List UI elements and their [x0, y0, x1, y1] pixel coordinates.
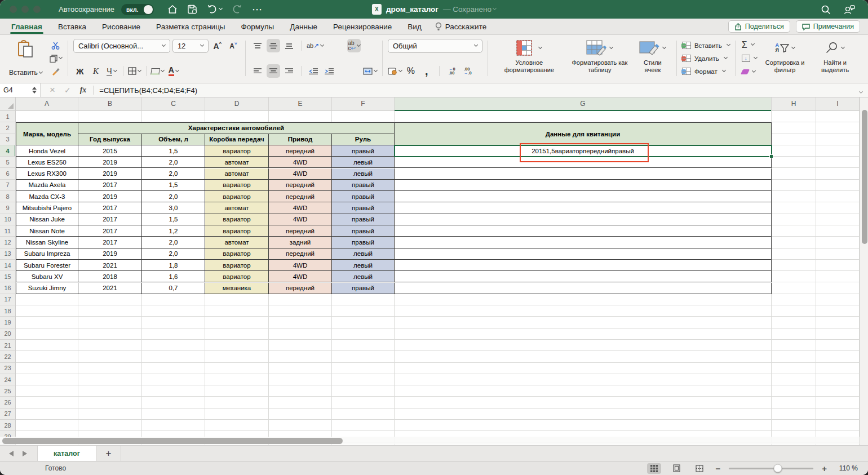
cell-D12[interactable]: автомат	[205, 237, 269, 248]
increase-decimal-button[interactable]: ←0.00	[445, 64, 459, 78]
cell-G15[interactable]	[395, 271, 772, 282]
row-header-10[interactable]: 10	[0, 214, 15, 225]
tab-Главная[interactable]: Главная	[3, 19, 50, 34]
select-all-corner[interactable]	[0, 97, 16, 111]
page-layout-view-button[interactable]	[670, 463, 684, 474]
cell-B14[interactable]: 2021	[78, 260, 142, 271]
underline-button[interactable]: Ч	[105, 64, 118, 78]
cell-C11[interactable]: 1,2	[142, 225, 205, 237]
cell-B15[interactable]: 2018	[78, 271, 142, 282]
column-header-I[interactable]: I	[816, 97, 860, 110]
cell-G13[interactable]	[395, 248, 772, 260]
fill-handle[interactable]	[769, 154, 773, 158]
cell-C14[interactable]: 1,8	[142, 260, 205, 271]
row-header-21[interactable]: 21	[0, 340, 15, 351]
cell-D4[interactable]: вариатор	[205, 145, 269, 157]
cell-A13[interactable]: Subaru Impreza	[16, 248, 78, 260]
horizontal-scrollbar-thumb[interactable]	[2, 438, 343, 444]
cell-C16[interactable]: 0,7	[142, 283, 205, 294]
insert-function-icon[interactable]: fx	[80, 86, 87, 95]
row-header-24[interactable]: 24	[0, 374, 15, 385]
cell-A4[interactable]: Honda Vezel	[16, 145, 78, 157]
cell-D15[interactable]: вариатор	[205, 271, 269, 282]
cell-C8[interactable]: 2,0	[142, 191, 205, 202]
zoom-slider[interactable]	[729, 468, 813, 469]
page-break-view-button[interactable]	[692, 463, 707, 474]
cell-E7[interactable]: передний	[269, 180, 332, 191]
row-header-2[interactable]: 2	[0, 122, 15, 134]
column-header-C[interactable]: C	[142, 97, 205, 110]
conditional-formatting-button[interactable]: Условное форматирование	[493, 39, 565, 78]
tab-Рисование[interactable]: Рисование	[94, 19, 148, 34]
cell-E13[interactable]: передний	[269, 248, 332, 260]
cell-G12[interactable]	[395, 237, 772, 248]
column-header-E[interactable]: E	[269, 97, 332, 110]
borders-button[interactable]	[128, 64, 141, 78]
cell-E16[interactable]: передний	[269, 283, 332, 294]
zoom-level[interactable]: 110 %	[835, 464, 858, 472]
row-header-1[interactable]: 1	[0, 111, 15, 122]
format-cells-button[interactable]: Формат	[682, 65, 730, 78]
column-header-B[interactable]: B	[78, 97, 142, 110]
cell-A6[interactable]: Lexus RX300	[16, 168, 78, 180]
cell-G7[interactable]	[395, 180, 772, 191]
font-name-select[interactable]: Calibri (Основной...	[73, 39, 170, 53]
row-header-11[interactable]: 11	[0, 225, 15, 237]
cell-E15[interactable]: 4WD	[269, 271, 332, 282]
row-header-3[interactable]: 3	[0, 134, 15, 145]
document-saved-status[interactable]: — Сохранено	[443, 5, 496, 14]
row-header-13[interactable]: 13	[0, 248, 15, 260]
cell-A10[interactable]: Nissan Juke	[16, 214, 78, 225]
horizontal-scrollbar[interactable]	[0, 437, 860, 445]
cell-E4[interactable]: передний	[269, 145, 332, 157]
comments-button[interactable]: Примечания	[796, 20, 860, 33]
format-as-table-button[interactable]: Форматировать как таблицу	[565, 39, 634, 78]
fill-button[interactable]: ↓	[742, 52, 757, 64]
save-icon[interactable]	[187, 5, 197, 14]
number-format-select[interactable]: Общий	[388, 39, 482, 53]
cell-B7[interactable]: 2017	[78, 180, 142, 191]
zoom-in-button[interactable]: +	[822, 464, 827, 473]
cell-D16[interactable]: механика	[205, 283, 269, 294]
cell-D6[interactable]: автомат	[205, 168, 269, 180]
cell-C6[interactable]: 2,0	[142, 168, 205, 180]
cell-E8[interactable]: передний	[269, 191, 332, 202]
cell-A5[interactable]: Lexus ES250	[16, 157, 78, 168]
cell-G14[interactable]	[395, 260, 772, 271]
table-header-col-3[interactable]: Коробка передач	[205, 134, 269, 145]
undo-button[interactable]	[207, 5, 222, 14]
cell-B10[interactable]: 2017	[78, 214, 142, 225]
row-header-27[interactable]: 27	[0, 409, 15, 420]
cell-E12[interactable]: задний	[269, 237, 332, 248]
cell-A8[interactable]: Mazda CX-3	[16, 191, 78, 202]
align-top-button[interactable]	[251, 39, 264, 52]
sort-filter-button[interactable]: АЯ Сортировка и фильтр	[758, 39, 812, 78]
redo-button[interactable]	[232, 5, 242, 14]
sheet-tab-katalog[interactable]: каталог	[37, 446, 96, 461]
cell-F4[interactable]: правый	[332, 145, 395, 157]
cell-F8[interactable]: правый	[332, 191, 395, 202]
cell-F16[interactable]: правый	[332, 283, 395, 294]
cell-C12[interactable]: 2,0	[142, 237, 205, 248]
prev-sheet-icon[interactable]	[9, 451, 14, 456]
cell-B16[interactable]: 2021	[78, 283, 142, 294]
cell-G10[interactable]	[395, 214, 772, 225]
cell-A14[interactable]: Subaru Forester	[16, 260, 78, 271]
decrease-indent-button[interactable]	[307, 64, 320, 78]
table-header-model[interactable]: Марка, модель	[16, 122, 78, 145]
table-header-col-2[interactable]: Объем, л	[142, 134, 205, 145]
column-header-F[interactable]: F	[332, 97, 395, 110]
cell-B12[interactable]: 2017	[78, 237, 142, 248]
format-painter-button[interactable]	[49, 65, 63, 78]
align-bottom-button[interactable]	[282, 39, 296, 52]
font-size-select[interactable]: 12	[172, 39, 209, 53]
row-header-16[interactable]: 16	[0, 283, 15, 294]
close-window-button[interactable]	[10, 6, 17, 13]
cell-F6[interactable]: левый	[332, 168, 395, 180]
tab-Разметка страницы[interactable]: Разметка страницы	[148, 19, 233, 34]
cell-B4[interactable]: 2015	[78, 145, 142, 157]
name-box-spinner[interactable]	[32, 87, 37, 94]
normal-view-button[interactable]	[647, 463, 661, 474]
row-header-25[interactable]: 25	[0, 385, 15, 397]
row-header-4[interactable]: 4	[0, 145, 15, 157]
